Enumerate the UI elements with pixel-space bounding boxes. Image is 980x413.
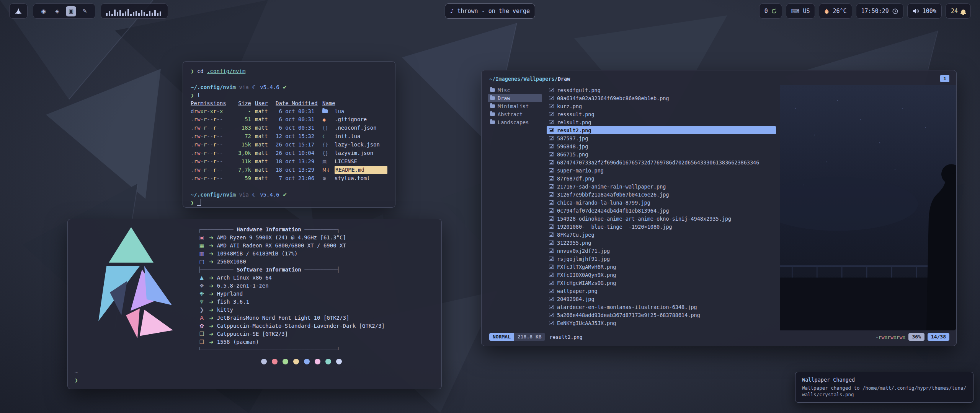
file-entry[interactable]: 08a634fa02a32364f69ebc86a98eb1eb.png: [547, 94, 776, 102]
file-entry[interactable]: 217167-sad-anime-rain-wallpaper.png: [547, 182, 776, 190]
software-row: ▲ ➜ Arch Linux x86_64: [198, 274, 428, 282]
workspace-button[interactable]: ◈: [52, 6, 62, 16]
prompt-icon: ❯: [191, 200, 194, 206]
workspace-button[interactable]: ◉: [38, 6, 49, 16]
file-permissions: .rw-r--r--: [191, 174, 227, 182]
file-entry[interactable]: 5a266e448add93deab367d87173e9f25-6837886…: [547, 311, 776, 319]
folder-icon: [490, 104, 495, 108]
file-entry[interactable]: resssult.png: [547, 110, 776, 118]
sidebar-folder[interactable]: Landscapes: [488, 118, 542, 126]
image-file-icon: [549, 257, 554, 261]
file-type-icon: [322, 109, 328, 113]
file-entry[interactable]: rsjqojlmjhf91.jpg: [547, 255, 776, 263]
volume-module[interactable]: 100%: [907, 3, 942, 19]
workspace-button[interactable]: ✎: [80, 6, 90, 16]
image-preview-pane: [780, 85, 956, 330]
col-size: Size: [231, 99, 251, 107]
file-entry-name: 5a266e448add93deab367d87173e9f25-6837886…: [557, 312, 700, 318]
file-entry[interactable]: wallpaper.png: [547, 287, 776, 295]
file-entry-name: 3122955.png: [557, 240, 591, 246]
file-entry[interactable]: 866715.png: [547, 150, 776, 158]
file-entry[interactable]: EeNKYgIUcAAJ5JX.png: [547, 319, 776, 327]
notifications-module[interactable]: 24: [946, 3, 971, 19]
file-entry[interactable]: 0c794faf07de24a4db4d4fb1eb813964.jpg: [547, 206, 776, 215]
command-text: l: [197, 92, 200, 98]
box-bottom-line: └───────────────────────────────────────…: [198, 346, 428, 354]
file-list: ressdfgult.png 08a634fa02a32364f69ebc86a…: [547, 86, 776, 330]
sidebar-folder[interactable]: Misc: [488, 86, 542, 94]
software-row: ❯ ➜ kitty: [198, 306, 428, 314]
arrow-icon: ➜: [209, 282, 214, 290]
folder-name: Draw: [498, 95, 510, 101]
position-badge: 14/38: [928, 333, 949, 341]
file-entry[interactable]: super-mario.png: [547, 166, 776, 174]
file-entry[interactable]: 68747470733a2f2f696d616765732d7769786d70…: [547, 158, 776, 166]
fastfetch-window[interactable]: ┌────────── Hardware Information ───────…: [67, 219, 442, 389]
file-entry[interactable]: chica-mirando-la-luna-8799.jpg: [547, 198, 776, 206]
file-entry[interactable]: 8FKa7Cu.jpeg: [547, 231, 776, 239]
sidebar-folder[interactable]: Abstract: [488, 110, 542, 118]
sidebar-folder[interactable]: Draw: [488, 94, 542, 102]
image-file-icon: [549, 96, 554, 100]
prompt-context-line: ~/.config/nvim via ☾ v5.4.6 ✔: [191, 83, 387, 91]
file-entry[interactable]: FXfcII0X0AQyn9X.png: [547, 271, 776, 279]
clock-module[interactable]: 17:50:29: [856, 3, 903, 19]
file-entry[interactable]: nnvuv0xj2df71.jpg: [547, 247, 776, 255]
file-entry[interactable]: 19201080-__blue-tinge__-1920×1080.jpg: [547, 223, 776, 231]
file-entry-name: 8FKa7Cu.jpeg: [557, 232, 595, 238]
terminal-palette: [198, 359, 405, 364]
file-entry[interactable]: 154928-odinokoe-anime-art-anime-okno-sin…: [547, 215, 776, 223]
file-manager-statusbar: NORMAL 218.8 KB result2.png -rwxrwxrwx 3…: [482, 330, 956, 346]
shell-prompt[interactable]: ~ ❯: [75, 368, 78, 384]
launcher-button[interactable]: [9, 3, 28, 19]
software-section-title: Software Information: [234, 267, 304, 273]
file-manager-window[interactable]: ~/Imagenes/Wallpapers/Draw 1 Misc Draw M…: [481, 70, 957, 346]
file-entry[interactable]: FXfcJlTXgAMvH6R.png: [547, 263, 776, 271]
file-entry-name: 68747470733a2f2f696d616765732d7769786d70…: [557, 159, 759, 166]
file-entry[interactable]: 87r687df.png: [547, 174, 776, 182]
file-permissions: .rw-r--r--: [191, 149, 227, 157]
file-entry[interactable]: FXfcHgcWIAMzs0G.png: [547, 279, 776, 287]
sidebar-folder[interactable]: Minimalist: [488, 102, 542, 110]
file-entry-name: 0c794faf07de24a4db4d4fb1eb813964.jpg: [557, 208, 669, 214]
media-module[interactable]: ♪ thrown - on the verge: [445, 3, 535, 19]
file-entry[interactable]: ressdfgult.png: [547, 86, 776, 94]
col-date: Date Modified: [276, 99, 318, 107]
temperature-module[interactable]: 26°C: [819, 3, 852, 19]
notification-popup[interactable]: Wallpaper Changed Wallpaper changed to /…: [795, 372, 973, 403]
folder-icon: [490, 88, 495, 92]
file-entry-name: 866715.png: [557, 151, 588, 158]
file-entry[interactable]: atardecer-en-la-montanas-ilustracion-634…: [547, 303, 776, 311]
folder-name: Landscapes: [498, 119, 529, 125]
file-type-icon: {}: [322, 150, 331, 158]
file-type-icon: {}: [322, 141, 331, 149]
workspace-button[interactable]: ▣: [66, 6, 76, 16]
file-entry[interactable]: 3126f7e9bbf21a8a4af0b67b041c6e26.jpg: [547, 190, 776, 198]
scroll-percent-badge: 36%: [908, 333, 924, 341]
terminal-window[interactable]: ❯ cd .config/nvim ~/.config/nvim via ☾ v…: [183, 61, 395, 208]
updates-module[interactable]: 0: [759, 3, 782, 19]
file-entry[interactable]: 596848.jpg: [547, 142, 776, 150]
file-entry[interactable]: re1sult.png: [547, 118, 776, 126]
cpu-graph-module[interactable]: [101, 3, 168, 19]
ls-header-row: Permissions Size User Date Modified Name: [191, 99, 387, 107]
file-entry-name: kurz.png: [557, 103, 582, 109]
file-entry[interactable]: 20492984.jpg: [547, 295, 776, 303]
file-entry-name: 217167-sad-anime-rain-wallpaper.png: [557, 184, 666, 190]
file-entry[interactable]: result2.png: [547, 126, 776, 134]
ls-file-row: .rw-r--r-- 51 matt 6 oct 00:31 ◆ .gitign…: [191, 115, 387, 124]
keyboard-layout-module[interactable]: ⌨ US: [786, 3, 815, 19]
file-size: 15k: [231, 141, 251, 149]
file-permissions: .rw-r--r--: [191, 158, 227, 166]
terminal-input-line[interactable]: ❯: [191, 199, 387, 207]
notifications-count: 24: [951, 8, 958, 15]
image-file-icon: [549, 152, 554, 156]
file-entry[interactable]: 3122955.png: [547, 239, 776, 247]
lua-moon-icon: ☾: [252, 192, 257, 198]
hardware-spec-value: 980x413: [217, 258, 246, 266]
ls-file-row: .rw-r--r-- 3,0k matt 26 oct 10:04 {} laz…: [191, 149, 387, 158]
arrow-icon: ➜: [209, 338, 214, 346]
file-entry[interactable]: 587597.jpg: [547, 134, 776, 142]
file-entry[interactable]: kurz.png: [547, 102, 776, 110]
tab-badge[interactable]: 1: [940, 75, 949, 82]
